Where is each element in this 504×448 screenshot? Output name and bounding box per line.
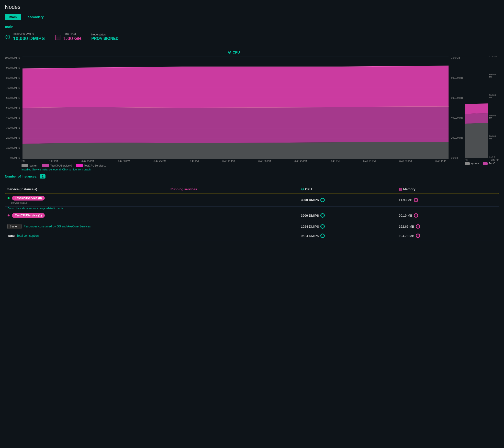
side-chart: 1.00 GB 800.00 MB 600.00 MB 400.00 MB 20… xyxy=(465,50,499,171)
system-row: System Resources consumed by OS and AosC… xyxy=(5,222,499,231)
svg-marker-16 xyxy=(465,104,488,114)
svg-marker-14 xyxy=(465,123,488,158)
cpu-val-text-1: 3900 DMIPS xyxy=(301,214,319,217)
donut-icon-cpu-system[interactable] xyxy=(320,224,325,229)
service-name-cell-1: TestCPUService (1) xyxy=(8,213,170,218)
service-rows-block: TestCPUService (0) service status 3800 D… xyxy=(5,193,499,220)
instances-label: Number of instances: xyxy=(5,175,37,178)
cpu-col-icon: ⊙ xyxy=(301,187,304,191)
chart-title: ⊙ CPU xyxy=(5,50,463,54)
service-row-1: TestCPUService (1) 3900 DMIPS 20.19 MB xyxy=(5,211,499,220)
system-desc: Resources consumed by OS and AosCore Ser… xyxy=(23,225,91,228)
col-header-memory: ▤ Memory xyxy=(399,187,497,191)
table-section: Service (instance #) Running services ⊙ … xyxy=(5,185,499,240)
system-mem-value: 162.66 MB xyxy=(399,224,497,229)
col-header-running: Running services xyxy=(170,187,301,191)
cpu-stat-label: Total CPU DMIPS xyxy=(13,32,45,35)
total-label: Total xyxy=(7,234,15,238)
cpu-val-text-0: 3800 DMIPS xyxy=(301,198,319,202)
side-y-axis: 1.00 GB 800.00 MB 600.00 MB 400.00 MB 20… xyxy=(488,55,499,158)
status-stat-value: PROVISIONED xyxy=(91,36,119,41)
mem-value-1: 20.19 MB xyxy=(399,213,496,218)
tab-secondary[interactable]: secondary xyxy=(23,14,48,20)
chart-legend: system TestCPUService 0 TestCPUService 1 xyxy=(5,164,463,167)
status-stat-label: Node status xyxy=(91,33,119,36)
legend-service1: TestCPUService 1 xyxy=(76,164,106,167)
legend-swatch-service0 xyxy=(42,164,49,167)
legend-hint: installed Service instance legend. Click… xyxy=(5,168,463,171)
total-mem-value: 194.78 MB xyxy=(399,233,497,238)
donut-hint-row: Donut charts show resource usage related… xyxy=(5,207,499,211)
cpu-stat-value: 10,000 DMIPS xyxy=(13,36,45,41)
svg-marker-13 xyxy=(22,66,449,108)
cpu-value-1: 3900 DMIPS xyxy=(301,213,399,218)
total-desc: Total comsuption xyxy=(17,234,39,237)
donut-icon-mem-0[interactable] xyxy=(414,198,418,202)
col-header-cpu-label: CPU xyxy=(305,187,312,191)
system-badge: System xyxy=(7,224,21,229)
ram-stat-value: 1.00 GB xyxy=(63,36,81,41)
donut-icon-mem-total[interactable] xyxy=(416,233,420,238)
instances-row: Number of instances: 2 xyxy=(5,174,499,179)
chart-wrapper: 10000 DMIPS 9000 DMIPS 8000 DMIPS 7000 D… xyxy=(5,56,463,159)
mem-val-text-1: 20.19 MB xyxy=(399,214,412,217)
svg-marker-15 xyxy=(465,113,488,124)
donut-icon-cpu-total[interactable] xyxy=(320,233,325,238)
side-chart-area xyxy=(465,55,488,158)
mem-val-text-0: 11.93 MB xyxy=(399,198,412,202)
col-header-cpu: ⊙ CPU xyxy=(301,187,399,191)
cpu-value-0: 3800 DMIPS xyxy=(301,198,399,202)
legend-swatch-service1 xyxy=(76,164,83,167)
page-title: Nodes xyxy=(5,4,499,10)
service-status-label-0: service status xyxy=(8,201,170,204)
total-cpu-text: 9624 DMIPS xyxy=(301,234,319,238)
col-header-memory-label: Memory xyxy=(403,187,415,191)
legend-label-service0: TestCPUService 0 xyxy=(50,164,72,167)
donut-icon-cpu-0[interactable] xyxy=(320,198,325,202)
ram-stat-icon: ▤ xyxy=(54,33,61,41)
donut-icon-cpu-1[interactable] xyxy=(320,213,325,218)
memory-col-icon: ▤ xyxy=(399,187,402,191)
total-cpu-value: 9624 DMIPS xyxy=(301,233,399,238)
divider-1 xyxy=(5,46,499,46)
y-axis-left: 10000 DMIPS 9000 DMIPS 8000 DMIPS 7000 D… xyxy=(5,56,21,159)
system-mem-text: 162.66 MB xyxy=(399,225,414,228)
table-header: Service (instance #) Running services ⊙ … xyxy=(5,185,499,193)
legend-swatch-system xyxy=(21,164,28,167)
donut-icon-mem-1[interactable] xyxy=(414,213,418,218)
col-header-service: Service (instance #) xyxy=(7,187,170,191)
service-dot-0 xyxy=(8,197,10,199)
ram-stat: ▤ Total RAM 1.00 GB xyxy=(54,32,81,41)
donut-icon-mem-system[interactable] xyxy=(416,224,420,229)
ram-stat-label: Total RAM xyxy=(63,32,81,35)
stats-row: ⊙ Total CPU DMIPS 10,000 DMIPS ▤ Total R… xyxy=(5,32,499,41)
system-cpu-text: 1924 DMIPS xyxy=(301,225,319,228)
cpu-stat: ⊙ Total CPU DMIPS 10,000 DMIPS xyxy=(5,32,45,41)
svg-marker-12 xyxy=(22,106,449,144)
mem-value-0: 11.93 MB Donut charts show resource usag… xyxy=(399,198,496,202)
y-axis-right: 1.00 GB 800.00 MB 600.00 MB 400.00 MB 20… xyxy=(450,56,463,159)
main-chart: ⊙ CPU 10000 DMIPS 9000 DMIPS 8000 DMIPS … xyxy=(5,50,463,171)
legend-label-system: system xyxy=(30,164,38,167)
service-name-cell-0: TestCPUService (0) service status xyxy=(8,196,170,204)
legend-system: system xyxy=(21,164,38,167)
system-cpu-value: 1924 DMIPS xyxy=(301,224,399,229)
legend-label-service1: TestCPUService 1 xyxy=(84,164,106,167)
cpu-chart-icon: ⊙ xyxy=(228,50,231,54)
total-mem-text: 194.78 MB xyxy=(399,234,414,238)
divider-2 xyxy=(5,181,499,181)
service-row-0: TestCPUService (0) service status 3800 D… xyxy=(5,194,499,207)
tab-main[interactable]: main xyxy=(5,14,21,20)
legend-service0: TestCPUService 0 xyxy=(42,164,72,167)
instances-badge: 2 xyxy=(40,174,45,179)
tabs-row: main secondary xyxy=(5,14,499,20)
section-name: main xyxy=(5,25,499,29)
service-name-btn-1[interactable]: TestCPUService (1) xyxy=(12,213,45,218)
side-legend: system TestC xyxy=(465,162,499,165)
status-stat: Node status PROVISIONED xyxy=(91,33,119,41)
svg-marker-11 xyxy=(22,142,449,159)
service-name-btn-0[interactable]: TestCPUService (0) xyxy=(12,196,45,200)
service-dot-1 xyxy=(8,215,10,216)
chart-svg-area xyxy=(22,56,449,159)
cpu-stat-icon: ⊙ xyxy=(5,33,11,41)
